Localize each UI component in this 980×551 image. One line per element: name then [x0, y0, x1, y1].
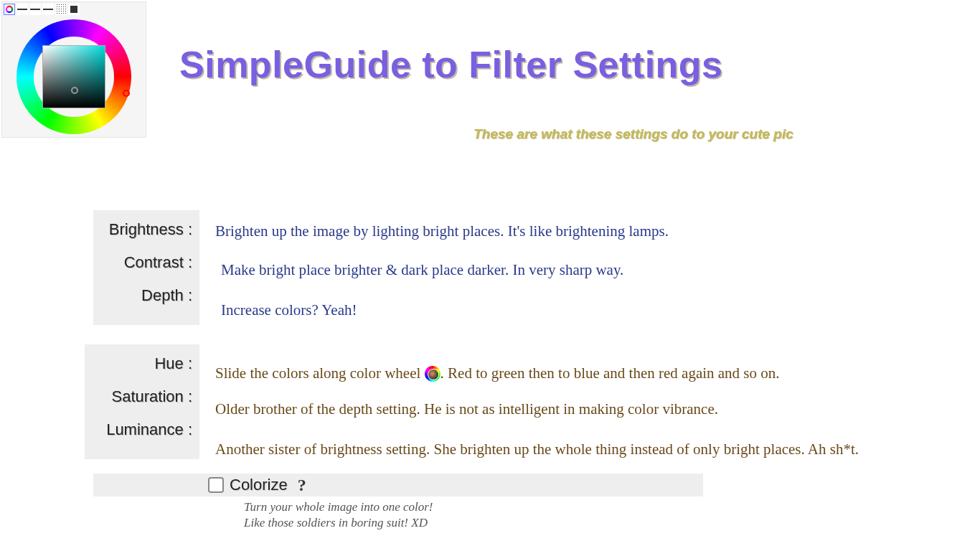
page-subtitle: These are what these settings do to your… [473, 126, 793, 142]
picker-tool-sliders-right[interactable] [42, 4, 54, 15]
picker-tool-swatch[interactable] [68, 4, 80, 15]
label-contrast: Contrast : [100, 253, 192, 272]
swatch-icon [70, 6, 77, 13]
desc-saturation: Older brother of the depth setting. He i… [215, 400, 718, 418]
color-wheel-icon [6, 6, 13, 13]
colorize-caption: Turn your whole image into one color! Li… [244, 499, 433, 531]
labels-group-1: Brightness : Contrast : Depth : [93, 210, 199, 325]
colorize-checkbox[interactable] [208, 477, 224, 493]
desc-luminance: Another sister of brightness setting. Sh… [215, 441, 859, 458]
color-wheel-icon [425, 366, 440, 382]
label-luminance: Luminance : [92, 420, 192, 439]
picker-toolbar [2, 2, 146, 17]
sv-indicator[interactable] [71, 87, 78, 94]
picker-tool-bars[interactable] [17, 4, 28, 15]
picker-tool-sliders-left[interactable] [29, 4, 41, 15]
hue-indicator[interactable] [123, 90, 130, 97]
help-icon[interactable]: ? [298, 476, 306, 495]
colorize-caption-line1: Turn your whole image into one color! [244, 500, 433, 514]
desc-depth: Increase colors? Yeah! [221, 301, 357, 319]
desc-contrast: Make bright place brighter & dark place … [221, 261, 623, 279]
color-wheel[interactable] [9, 19, 138, 134]
desc-hue-after: . Red to green then to blue and then red… [440, 364, 780, 382]
picker-tool-wheel[interactable] [4, 4, 15, 15]
label-depth: Depth : [100, 286, 192, 305]
picker-tool-dots[interactable] [55, 4, 67, 15]
label-brightness: Brightness : [100, 220, 192, 239]
colorize-row: Colorize ? [93, 474, 703, 496]
label-saturation: Saturation : [92, 387, 192, 406]
page-title: SimpleGuide to Filter Settings [179, 43, 723, 86]
colorize-label: Colorize [230, 476, 288, 494]
color-picker-panel [1, 1, 146, 138]
desc-hue-before: Slide the colors along color wheel [215, 364, 420, 382]
label-hue: Hue : [92, 354, 192, 373]
colorize-caption-line2: Like those soldiers in boring suit! XD [244, 516, 428, 529]
desc-hue: Slide the colors along color wheel . Red… [215, 364, 780, 382]
labels-group-2: Hue : Saturation : Luminance : [85, 344, 199, 459]
sv-box[interactable] [42, 45, 105, 108]
desc-brightness: Brighten up the image by lighting bright… [215, 222, 669, 240]
